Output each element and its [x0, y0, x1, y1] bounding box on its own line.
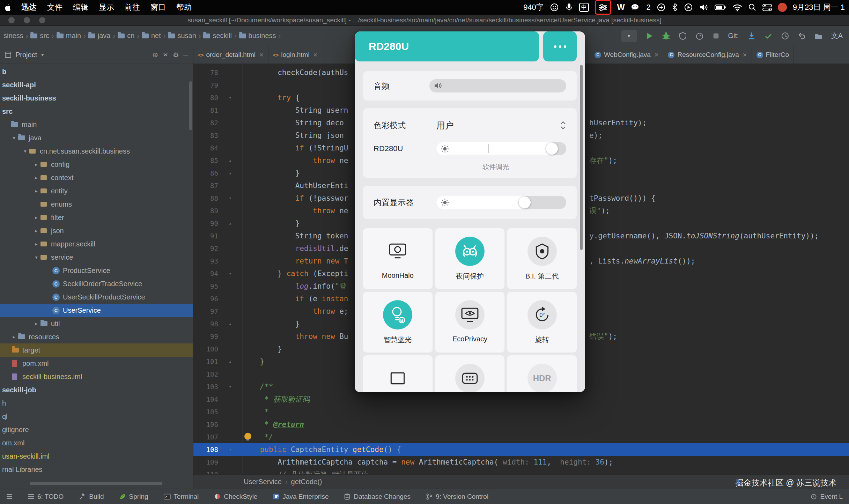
- run-configuration-dropdown[interactable]: ▾: [621, 30, 637, 42]
- editor-tab[interactable]: WebConfig.java×: [590, 46, 663, 64]
- breadcrumb-method[interactable]: getCode(): [291, 478, 322, 486]
- fold-marker-icon[interactable]: ▾: [222, 380, 238, 393]
- tree-item[interactable]: ▸context: [0, 171, 193, 184]
- chevron-down-icon[interactable]: ▾: [41, 52, 44, 58]
- audio-slider[interactable]: [429, 79, 566, 92]
- tree-item[interactable]: ▾cn.net.susan.seckill.business: [0, 144, 193, 158]
- editor-tab[interactable]: FilterCo: [752, 46, 794, 64]
- breadcrumb-item[interactable]: siness: [3, 32, 23, 40]
- tree-arrow-icon[interactable]: ▸: [32, 321, 40, 326]
- tree-item[interactable]: ▸json: [0, 224, 193, 237]
- tree-item[interactable]: seckill-job: [0, 383, 193, 396]
- tree-arrow-icon[interactable]: ▸: [32, 215, 40, 220]
- mode-button-hdr[interactable]: HDR: [507, 355, 577, 392]
- editor-tab[interactable]: ResourceConfig.java×: [663, 46, 752, 64]
- control-center-icon[interactable]: [762, 2, 772, 13]
- tree-item[interactable]: target: [0, 343, 193, 357]
- statusbar-item-spring[interactable]: Spring: [119, 493, 148, 501]
- mode-button-bulb[interactable]: B智慧蓝光: [363, 292, 433, 353]
- code-line[interactable]: 104 * 获取验证码: [193, 393, 849, 406]
- brightness-knob[interactable]: [546, 143, 558, 155]
- debug-button[interactable]: [662, 31, 670, 40]
- fold-marker-icon[interactable]: ▾: [222, 91, 238, 104]
- tree-item[interactable]: SeckillOrderTradeService: [0, 277, 193, 290]
- project-tree-vertical-scrollbar[interactable]: [189, 81, 192, 130]
- event-log-item[interactable]: Event L: [810, 493, 843, 501]
- statusbar-item-java-enterprise[interactable]: Java Enterprise: [273, 493, 328, 501]
- tree-item[interactable]: ▸resources: [0, 330, 193, 343]
- fold-marker-icon[interactable]: ▴: [222, 318, 238, 330]
- tool-window-switcher[interactable]: [6, 494, 13, 499]
- tree-item[interactable]: b: [0, 65, 193, 78]
- tree-item[interactable]: usan-seckill.iml: [0, 450, 193, 463]
- tree-arrow-icon[interactable]: ▾: [21, 148, 29, 154]
- fold-marker-icon[interactable]: ▴: [222, 217, 238, 230]
- tree-item[interactable]: ▸filter: [0, 211, 193, 224]
- history-button[interactable]: [781, 32, 789, 40]
- mode-button-moonhalo[interactable]: MoonHalo: [363, 228, 433, 289]
- w-app-icon[interactable]: W: [617, 2, 625, 13]
- code-line[interactable]: 109 ArithmeticCaptcha captcha = new Arit…: [193, 456, 849, 468]
- close-icon[interactable]: ×: [313, 51, 318, 59]
- builtin-brightness-slider[interactable]: [436, 196, 566, 209]
- menu-item[interactable]: 文件: [47, 2, 62, 13]
- menu-item[interactable]: 编辑: [73, 2, 88, 13]
- tree-arrow-icon[interactable]: ▸: [32, 175, 40, 180]
- minimize-window-button[interactable]: [24, 17, 30, 23]
- profiler-button[interactable]: [695, 32, 704, 40]
- tree-item[interactable]: pom.xml: [0, 357, 193, 370]
- collapse-all-button[interactable]: [162, 52, 169, 58]
- panel-scrollbar[interactable]: [580, 65, 583, 250]
- tree-item[interactable]: ▾java: [0, 131, 193, 144]
- tree-item[interactable]: seckill-business.iml: [0, 370, 193, 383]
- breadcrumb-item[interactable]: net: [142, 32, 161, 40]
- editor-tab[interactable]: order_detail.html×: [193, 46, 268, 64]
- project-tree-horizontal-scrollbar[interactable]: [30, 482, 162, 485]
- face-icon[interactable]: [550, 2, 559, 13]
- input-method-icon[interactable]: 中: [579, 3, 589, 12]
- tree-arrow-icon[interactable]: ▸: [10, 334, 18, 340]
- mode-button-keypad[interactable]: [435, 355, 505, 392]
- tree-item[interactable]: seckill-api: [0, 78, 193, 91]
- close-icon[interactable]: ×: [655, 51, 659, 59]
- user-avatar[interactable]: [778, 3, 787, 12]
- mode-button-owl[interactable]: 夜间保护: [435, 228, 505, 289]
- tree-item[interactable]: ▸util: [0, 317, 193, 330]
- git-commit-button[interactable]: [764, 32, 773, 40]
- monitor-brightness-slider[interactable]: [436, 142, 566, 155]
- intention-bulb-icon[interactable]: [244, 433, 251, 440]
- menu-item[interactable]: 窗口: [150, 2, 166, 13]
- rollback-button[interactable]: [798, 32, 806, 40]
- tree-item[interactable]: rnal Libraries: [0, 463, 193, 476]
- tree-arrow-icon[interactable]: ▾: [32, 254, 40, 260]
- locate-file-button[interactable]: ⊕: [152, 51, 158, 59]
- statusbar-item-6-todo[interactable]: 6: TODO: [28, 493, 64, 501]
- builtin-knob[interactable]: [519, 197, 531, 208]
- microphone-icon[interactable]: [565, 2, 573, 13]
- breadcrumb-item[interactable]: src: [30, 32, 49, 40]
- run-button[interactable]: [645, 32, 654, 40]
- display-settings-icon[interactable]: [598, 2, 608, 13]
- code-line[interactable]: 107 */: [193, 431, 849, 443]
- tree-item[interactable]: ▸mapper.seckill: [0, 237, 193, 251]
- menubar-app-name[interactable]: 迅达: [21, 2, 37, 13]
- stop-button[interactable]: [712, 32, 720, 40]
- menu-item[interactable]: 前往: [125, 2, 140, 13]
- code-line[interactable]: 105 *: [193, 406, 849, 418]
- breadcrumb-item[interactable]: business: [239, 32, 276, 40]
- close-window-button[interactable]: [8, 17, 15, 23]
- close-icon[interactable]: ×: [743, 51, 747, 59]
- stepper-chevrons-icon[interactable]: [560, 121, 566, 130]
- menu-item[interactable]: 显示: [99, 2, 114, 13]
- tree-item[interactable]: gitignore: [0, 423, 193, 436]
- close-icon[interactable]: ×: [259, 51, 264, 59]
- fold-marker-icon[interactable]: ▴: [222, 154, 238, 167]
- coverage-button[interactable]: [679, 32, 687, 40]
- breadcrumb-item[interactable]: seckill: [203, 32, 231, 40]
- tree-item[interactable]: main: [0, 118, 193, 131]
- hide-panel-button[interactable]: ─: [183, 51, 188, 59]
- tree-arrow-icon[interactable]: ▸: [32, 228, 40, 234]
- statusbar-item-database-changes[interactable]: Database Changes: [344, 493, 411, 501]
- tree-item[interactable]: src: [0, 105, 193, 118]
- zoom-window-button[interactable]: [39, 17, 45, 23]
